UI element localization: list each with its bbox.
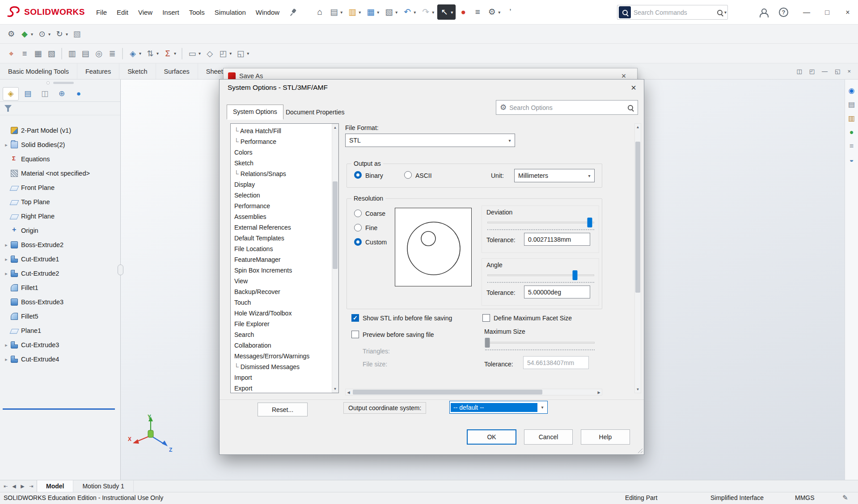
- doc-close-icon[interactable]: ×: [847, 68, 851, 75]
- options-tree-item[interactable]: External References: [231, 222, 338, 233]
- options-tree-item[interactable]: Assemblies: [231, 211, 338, 222]
- performance-evaluation-icon[interactable]: ▤: [79, 46, 92, 61]
- slider-thumb[interactable]: [587, 218, 592, 227]
- panel-splitter-handle[interactable]: [118, 265, 123, 275]
- view-orientation-icon[interactable]: ↻: [53, 26, 70, 42]
- exploded-view-icon[interactable]: ◈: [126, 46, 144, 61]
- unit-combobox[interactable]: Millimeters: [514, 169, 595, 182]
- chevron-down-icon[interactable]: [47, 32, 51, 37]
- ribbon-tab[interactable]: Basic Modeling Tools: [0, 63, 77, 79]
- rollback-bar[interactable]: [3, 408, 115, 410]
- chevron-down-icon[interactable]: [394, 10, 398, 15]
- menu-item[interactable]: Edit: [112, 6, 133, 19]
- configurationmanager-tab[interactable]: ◫: [37, 87, 53, 101]
- pane-restore-icon[interactable]: ◰: [809, 68, 815, 75]
- interference-detection-icon[interactable]: ▦: [31, 46, 45, 61]
- menu-item[interactable]: View: [133, 6, 157, 19]
- last-tab-icon[interactable]: ⇥: [27, 483, 35, 489]
- toolbar-overflow-icon[interactable]: ’: [503, 4, 517, 20]
- shell-tool-icon[interactable]: ◰: [216, 46, 234, 61]
- document-tab[interactable]: Model: [37, 480, 73, 492]
- binary-radio[interactable]: [354, 171, 362, 179]
- feature-tree-item[interactable]: ▸ Solid Bodies(2): [0, 138, 120, 152]
- max-tolerance-input[interactable]: [523, 356, 589, 369]
- document-tab[interactable]: Motion Study 1: [73, 480, 133, 492]
- options-tree-item[interactable]: File Locations: [231, 244, 338, 254]
- hide-show-items-icon[interactable]: ⊙: [35, 26, 53, 42]
- options-tree-item[interactable]: Export: [231, 383, 338, 393]
- chevron-down-icon[interactable]: [138, 51, 142, 56]
- expand-arrow-icon[interactable]: ▸: [3, 242, 10, 248]
- panel-top-splitter[interactable]: [0, 80, 120, 86]
- content-horizontal-scrollbar[interactable]: [345, 389, 602, 395]
- chevron-down-icon[interactable]: [723, 10, 727, 15]
- new-file-icon[interactable]: ▤: [327, 4, 345, 20]
- menu-item[interactable]: Tools: [184, 6, 210, 19]
- chevron-down-icon[interactable]: [228, 51, 232, 56]
- options-tree-item[interactable]: Performance: [231, 201, 338, 211]
- ascii-radio[interactable]: [404, 171, 412, 179]
- options-tree-item[interactable]: Sketch: [231, 158, 338, 168]
- scrollbar-thumb[interactable]: [333, 181, 338, 269]
- define-max-facet-checkbox[interactable]: [482, 314, 490, 322]
- chevron-down-icon[interactable]: [497, 10, 501, 15]
- preview-before-saving-checkbox[interactable]: [351, 331, 359, 338]
- home-icon[interactable]: ⌂: [313, 4, 326, 20]
- reset-button[interactable]: Reset...: [258, 403, 308, 416]
- menu-item[interactable]: Simulation: [210, 6, 251, 19]
- format-options-icon[interactable]: ▭: [186, 46, 203, 61]
- print-icon[interactable]: ▧: [382, 4, 400, 20]
- menu-item[interactable]: File: [91, 6, 112, 19]
- show-stl-info-checkbox[interactable]: [351, 314, 359, 322]
- resize-grip[interactable]: [637, 447, 642, 453]
- close-window-icon[interactable]: ×: [837, 0, 858, 25]
- user-account-icon[interactable]: [759, 8, 768, 17]
- deviation-tolerance-input[interactable]: [524, 233, 590, 246]
- feature-tree-root[interactable]: 2-Part Model (v1): [0, 123, 120, 138]
- apply-scene-icon[interactable]: ◆: [18, 26, 35, 42]
- options-tree-item[interactable]: Hole Wizard/Toolbox: [231, 308, 338, 319]
- chevron-down-icon[interactable]: [30, 32, 34, 37]
- sensor-icon[interactable]: ◎: [92, 46, 106, 61]
- options-tree-item[interactable]: Import: [231, 372, 338, 383]
- search-options-input[interactable]: [509, 104, 624, 111]
- options-search[interactable]: [496, 100, 638, 115]
- angle-tolerance-input[interactable]: [524, 286, 590, 298]
- slider-thumb[interactable]: [485, 338, 490, 348]
- prev-tab-icon[interactable]: ◀: [10, 483, 18, 489]
- expand-arrow-icon[interactable]: ▸: [3, 142, 10, 148]
- options-tree-item[interactable]: Collaboration: [231, 340, 338, 351]
- chevron-down-icon[interactable]: [156, 51, 160, 56]
- chevron-down-icon[interactable]: [376, 10, 380, 15]
- options-tree-item[interactable]: Selection: [231, 190, 338, 201]
- options-tree-item[interactable]: Messages/Errors/Warnings: [231, 351, 338, 361]
- expand-arrow-icon[interactable]: ▸: [3, 342, 10, 348]
- featuremanager-tree-tab[interactable]: ◈: [3, 87, 19, 101]
- fine-radio[interactable]: [354, 224, 362, 231]
- minimize-window-icon[interactable]: —: [796, 0, 817, 25]
- feature-tree-item[interactable]: Boss-Extrude3: [0, 295, 120, 309]
- scrollbar-thumb[interactable]: [353, 390, 542, 395]
- tab-document-properties[interactable]: Document Properties: [280, 106, 350, 118]
- file-explorer-icon[interactable]: ▥: [848, 114, 855, 122]
- options-tree-item[interactable]: File Explorer: [231, 319, 338, 329]
- file-format-combobox[interactable]: STL: [345, 134, 515, 147]
- expand-arrow-icon[interactable]: ▸: [3, 357, 10, 362]
- status-notes-icon[interactable]: [842, 494, 848, 502]
- options-tree-item[interactable]: └ Dismissed Messages: [231, 361, 338, 372]
- tab-system-options[interactable]: System Options: [227, 105, 283, 120]
- options-tree-item[interactable]: View: [231, 276, 338, 286]
- expand-arrow-icon[interactable]: ▸: [3, 256, 10, 262]
- menu-item[interactable]: Window: [251, 6, 284, 19]
- propertymanager-tab[interactable]: ▤: [20, 87, 36, 101]
- redo-icon[interactable]: ↷: [419, 4, 436, 20]
- feature-tree-item[interactable]: Top Plane: [0, 195, 120, 209]
- options-tree-item[interactable]: Display: [231, 179, 338, 190]
- content-vertical-scrollbar[interactable]: [634, 123, 641, 393]
- chevron-down-icon[interactable]: [413, 10, 417, 15]
- doc-minimize-icon[interactable]: —: [822, 68, 828, 75]
- dimxpertmanager-tab[interactable]: ⊕: [54, 87, 70, 101]
- feature-tree-item[interactable]: ▸ Cut-Extrude1: [0, 252, 120, 266]
- feature-tree-item[interactable]: Equations: [0, 152, 120, 166]
- tree-filter-row[interactable]: [0, 102, 120, 115]
